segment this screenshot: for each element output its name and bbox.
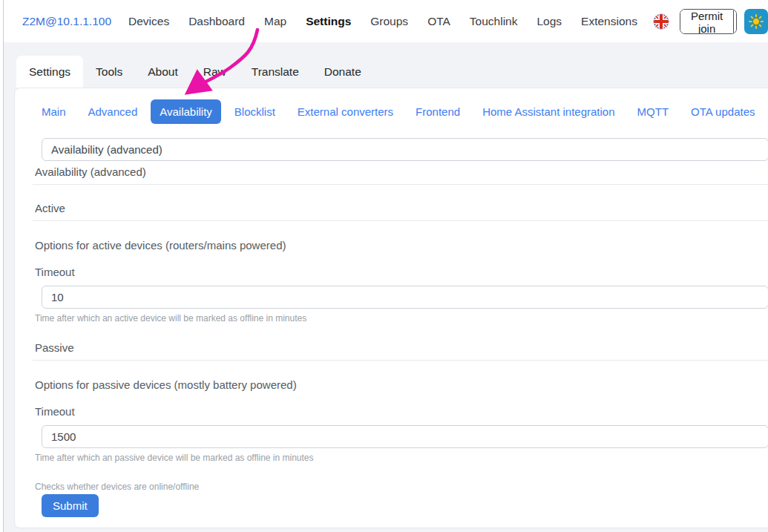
subtab-home-assistant-integration[interactable]: Home Assistant integration	[473, 99, 623, 124]
nav-item-extensions[interactable]: Extensions	[571, 15, 647, 28]
sun-icon	[749, 14, 764, 29]
passive-options-label: Options for passive devices (mostly batt…	[35, 378, 297, 391]
subtab-main[interactable]: Main	[33, 99, 75, 124]
active-section-heading: Active	[35, 202, 65, 214]
uk-flag-icon	[653, 13, 669, 30]
top-navbar: Z2M@10.1.1.100 Devices Dashboard Map Set…	[0, 0, 768, 42]
availability-advanced-label: Availability (advanced)	[35, 165, 146, 178]
active-options-label: Options for active devices (routers/main…	[35, 239, 286, 252]
divider	[33, 184, 768, 185]
tab-raw[interactable]: Raw	[191, 56, 239, 88]
passive-section-heading: Passive	[35, 341, 74, 354]
subtab-blocklist[interactable]: Blocklist	[226, 99, 284, 124]
subtab-advanced[interactable]: Advanced	[79, 99, 147, 124]
active-timeout-input[interactable]	[42, 286, 768, 309]
nav-item-logs[interactable]: Logs	[527, 15, 571, 28]
settings-tabs: Settings Tools About Raw Translate Donat…	[16, 56, 374, 88]
page-background: Settings Tools About Raw Translate Donat…	[4, 42, 768, 532]
nav-item-groups[interactable]: Groups	[361, 15, 418, 28]
submit-button[interactable]: Submit	[42, 494, 99, 517]
active-timeout-label: Timeout	[35, 266, 75, 278]
tab-donate[interactable]: Donate	[312, 56, 374, 88]
nav-item-map[interactable]: Map	[255, 15, 296, 28]
permit-join-split-button: Permit join (All)	[680, 9, 737, 34]
tab-translate[interactable]: Translate	[239, 56, 312, 88]
nav-item-ota[interactable]: OTA	[418, 15, 460, 28]
nav-item-devices[interactable]: Devices	[119, 15, 179, 28]
theme-toggle-button[interactable]	[744, 9, 768, 34]
language-selector[interactable]	[653, 13, 669, 30]
tab-about[interactable]: About	[135, 56, 191, 88]
brand-link[interactable]: Z2M@10.1.1.100	[22, 15, 111, 28]
subtab-availability[interactable]: Availability	[151, 99, 221, 124]
settings-subtabs: Main Advanced Availability Blocklist Ext…	[33, 99, 768, 124]
passive-timeout-input[interactable]	[42, 425, 768, 448]
tab-settings[interactable]: Settings	[16, 56, 83, 88]
passive-timeout-help: Time after which an passive device will …	[35, 453, 314, 463]
nav-item-dashboard[interactable]: Dashboard	[179, 15, 255, 28]
settings-card: Main Advanced Availability Blocklist Ext…	[14, 88, 768, 528]
tab-tools[interactable]: Tools	[83, 56, 135, 88]
divider	[33, 220, 768, 221]
subtab-mqtt[interactable]: MQTT	[628, 99, 678, 124]
divider	[33, 360, 768, 361]
permit-join-dropdown-toggle[interactable]	[733, 10, 737, 33]
active-timeout-help: Time after which an active device will b…	[35, 313, 306, 324]
subtab-ota-updates[interactable]: OTA updates	[682, 99, 764, 124]
availability-footer-help: Checks whether devices are online/offlin…	[35, 482, 199, 492]
availability-section-select[interactable]: Availability (advanced)	[42, 138, 768, 161]
window-edge-line	[3, 0, 4, 532]
permit-join-button[interactable]: Permit join (All)	[680, 10, 733, 33]
nav-links: Devices Dashboard Map Settings Groups OT…	[119, 15, 647, 28]
passive-timeout-label: Timeout	[35, 405, 75, 418]
subtab-external-converters[interactable]: External converters	[289, 99, 402, 124]
subtab-frontend[interactable]: Frontend	[407, 99, 469, 124]
nav-item-settings[interactable]: Settings	[296, 15, 361, 28]
nav-item-touchlink[interactable]: Touchlink	[460, 15, 528, 28]
